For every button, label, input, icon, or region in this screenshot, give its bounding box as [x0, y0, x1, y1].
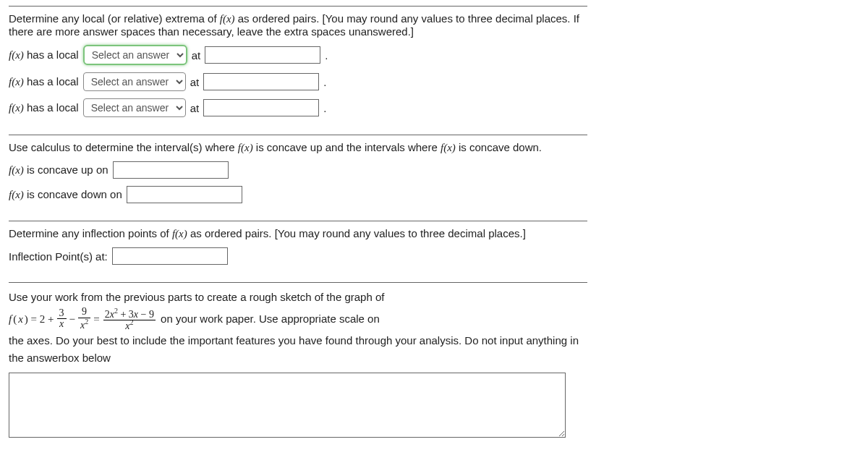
extrema-mid-2: at	[190, 76, 200, 88]
extrema-mid-3: at	[190, 102, 200, 114]
extrema-prefix-2: f(x) has a local	[9, 75, 79, 88]
concavity-prompt: Use calculus to determine the interval(s…	[9, 141, 587, 154]
section-sketch: Use your work from the previous parts to…	[9, 283, 587, 450]
concave-up-label: f(x) is concave up on	[9, 163, 109, 177]
inflection-row: Inflection Point(s) at:	[9, 247, 587, 265]
concave-down-label: f(x) is concave down on	[9, 188, 122, 201]
extrema-suffix-3: .	[323, 102, 326, 114]
extrema-mid-1: at	[192, 49, 201, 61]
sketch-prompt: Use your work from the previous parts to…	[9, 289, 587, 367]
extrema-input-2[interactable]	[203, 73, 319, 90]
extrema-select-3[interactable]: Select an answer	[83, 98, 186, 117]
extrema-prefix-3: f(x) has a local	[9, 101, 79, 114]
extrema-select-2[interactable]: Select an answer	[83, 72, 186, 91]
section-extrema: Determine any local (or relative) extrem…	[9, 7, 587, 135]
extrema-input-1[interactable]	[205, 46, 320, 64]
extrema-suffix-1: .	[325, 49, 328, 61]
section-inflection: Determine any inflection points of f(x) …	[9, 221, 587, 282]
sketch-line1: Use your work from the previous parts to…	[9, 291, 384, 303]
concave-down-row: f(x) is concave down on	[9, 186, 587, 203]
concave-down-input[interactable]	[127, 186, 242, 203]
extrema-row-2: f(x) has a local Select an answer at .	[9, 72, 587, 91]
extrema-suffix-2: .	[323, 76, 326, 88]
sketch-line3: the axes. Do your best to include the im…	[9, 334, 579, 364]
extrema-prompt: Determine any local (or relative) extrem…	[9, 12, 587, 38]
concave-up-input[interactable]	[113, 161, 229, 179]
extrema-input-3[interactable]	[203, 99, 319, 116]
extrema-prefix-1: f(x) has a local	[9, 48, 79, 61]
concave-up-row: f(x) is concave up on	[9, 161, 587, 179]
section-concavity: Use calculus to determine the interval(s…	[9, 135, 587, 221]
inflection-label: Inflection Point(s) at:	[9, 250, 108, 263]
inflection-input[interactable]	[112, 247, 228, 265]
inflection-prompt: Determine any inflection points of f(x) …	[9, 227, 587, 240]
sketch-line2-tail: on your work paper. Use appropriate scal…	[161, 313, 380, 325]
sketch-textarea[interactable]	[9, 373, 566, 438]
extrema-row-3: f(x) has a local Select an answer at .	[9, 98, 587, 117]
sketch-equation: f(x) = 2 + 3 x − 9 x2 = 2x2 + 3x − 9 x2	[9, 306, 158, 332]
extrema-row-1: f(x) has a local Select an answer at .	[9, 45, 587, 65]
extrema-select-1[interactable]: Select an answer	[83, 45, 187, 65]
